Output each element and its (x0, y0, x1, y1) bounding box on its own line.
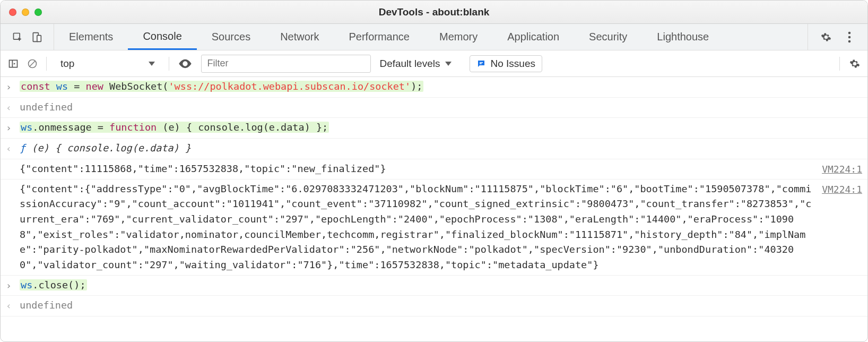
device-toolbar-icon[interactable] (31, 32, 42, 42)
window-title: DevTools - about:blank (1, 6, 867, 18)
return-icon (6, 141, 20, 157)
tab-performance[interactable]: Performance (334, 24, 425, 50)
prompt-icon (6, 278, 20, 294)
console-row-output: undefined (1, 296, 867, 317)
console-row-log: {"content":{"addressType":"0","avgBlockT… (1, 179, 867, 276)
tab-application[interactable]: Application (492, 24, 574, 50)
panel-tabs: Elements Console Sources Network Perform… (54, 24, 724, 50)
console-text[interactable]: const ws = new WebSocket('wss://polkadot… (20, 79, 862, 95)
clear-console-icon[interactable] (27, 58, 38, 69)
gear-icon[interactable] (821, 32, 831, 42)
svg-rect-2 (37, 35, 41, 41)
issues-button[interactable]: No Issues (470, 55, 542, 72)
separator (46, 57, 47, 71)
filter-input[interactable] (201, 55, 371, 73)
issues-icon (476, 59, 486, 69)
tabs-right (808, 24, 867, 50)
titlebar: DevTools - about:blank (1, 1, 867, 24)
prompt-icon (6, 120, 20, 136)
source-link[interactable]: VM224:1 (812, 182, 862, 197)
issues-label: No Issues (490, 58, 535, 70)
tab-memory[interactable]: Memory (424, 24, 492, 50)
blank (6, 161, 20, 162)
console-text[interactable]: undefined (20, 100, 862, 115)
tabs-left-icons (1, 24, 54, 50)
tab-security[interactable]: Security (574, 24, 642, 50)
console-row-output-fn: ƒ (e) { console.log(e.data) } (1, 139, 867, 159)
separator (839, 57, 840, 71)
console-row-input: const ws = new WebSocket('wss://polkadot… (1, 77, 867, 98)
more-vert-icon[interactable] (844, 32, 855, 42)
devtools-window: DevTools - about:blank Elements Console … (0, 0, 868, 342)
console-text[interactable]: ws.close(); (20, 278, 862, 293)
separator (169, 57, 169, 71)
svg-point-5 (848, 40, 851, 42)
execution-context-selector[interactable]: top (55, 58, 160, 70)
log-levels-selector[interactable]: Default levels (379, 58, 452, 70)
console-output[interactable]: const ws = new WebSocket('wss://polkadot… (1, 77, 867, 341)
tab-sources[interactable]: Sources (197, 24, 265, 50)
tab-elements[interactable]: Elements (54, 24, 128, 50)
svg-point-3 (848, 31, 851, 34)
sidebar-toggle-icon[interactable] (8, 58, 19, 69)
context-label: top (60, 58, 74, 70)
tab-console[interactable]: Console (128, 24, 196, 50)
return-icon (6, 298, 20, 314)
console-row-output: undefined (1, 98, 867, 118)
inspect-element-icon[interactable] (12, 32, 23, 42)
tabs-row: Elements Console Sources Network Perform… (1, 24, 867, 50)
console-text[interactable]: ƒ (e) { console.log(e.data) } (20, 141, 862, 156)
console-text[interactable]: {"content":11115868,"time":1657532838,"t… (20, 161, 812, 177)
chevron-down-icon (445, 62, 452, 66)
tab-network[interactable]: Network (265, 24, 334, 50)
console-row-input: ws.close(); (1, 276, 867, 296)
prompt-icon (6, 79, 20, 95)
console-text[interactable]: undefined (20, 298, 862, 313)
gear-icon[interactable] (849, 58, 860, 69)
blank (6, 182, 20, 182)
console-row-input: ws.onmessage = function (e) { console.lo… (1, 118, 867, 139)
chevron-down-icon (149, 62, 155, 66)
console-text[interactable]: {"content":{"addressType":"0","avgBlockT… (20, 182, 812, 273)
live-expression-icon[interactable] (178, 56, 193, 71)
console-toolbar: top Default levels No Issues (1, 50, 867, 77)
source-link[interactable]: VM224:1 (812, 161, 862, 177)
svg-rect-10 (480, 63, 482, 64)
levels-label: Default levels (379, 58, 440, 70)
svg-line-8 (30, 61, 35, 66)
console-row-log: {"content":11115868,"time":1657532838,"t… (1, 159, 867, 179)
tab-lighthouse[interactable]: Lighthouse (642, 24, 724, 50)
svg-rect-6 (10, 60, 18, 67)
svg-rect-9 (480, 62, 483, 63)
svg-point-4 (848, 36, 851, 38)
return-icon (6, 100, 20, 116)
console-text[interactable]: ws.onmessage = function (e) { console.lo… (20, 120, 862, 135)
